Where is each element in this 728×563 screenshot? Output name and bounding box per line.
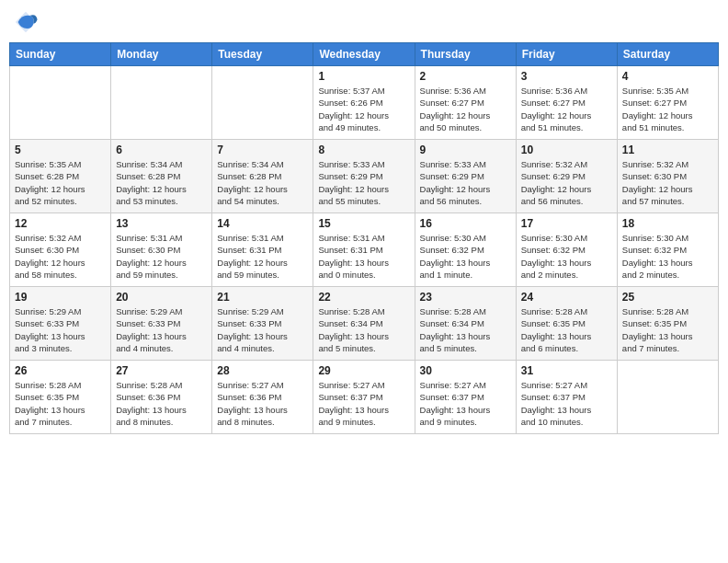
weekday-header-saturday: Saturday bbox=[617, 43, 718, 66]
day-info: Sunrise: 5:33 AM Sunset: 6:29 PM Dayligh… bbox=[318, 158, 409, 207]
day-number: 31 bbox=[521, 364, 612, 377]
day-info: Sunrise: 5:30 AM Sunset: 6:32 PM Dayligh… bbox=[622, 232, 713, 281]
day-info: Sunrise: 5:28 AM Sunset: 6:34 PM Dayligh… bbox=[318, 305, 409, 354]
page-header bbox=[9, 9, 719, 35]
day-info: Sunrise: 5:29 AM Sunset: 6:33 PM Dayligh… bbox=[116, 305, 207, 354]
calendar-cell bbox=[10, 66, 111, 140]
calendar-week-row: 12Sunrise: 5:32 AM Sunset: 6:30 PM Dayli… bbox=[10, 213, 719, 287]
calendar-cell: 15Sunrise: 5:31 AM Sunset: 6:31 PM Dayli… bbox=[313, 213, 415, 287]
day-info: Sunrise: 5:35 AM Sunset: 6:27 PM Dayligh… bbox=[622, 85, 713, 133]
day-number: 13 bbox=[116, 217, 207, 230]
calendar-cell: 12Sunrise: 5:32 AM Sunset: 6:30 PM Dayli… bbox=[10, 213, 111, 287]
calendar-cell: 31Sunrise: 5:27 AM Sunset: 6:37 PM Dayli… bbox=[516, 361, 617, 434]
day-number: 8 bbox=[318, 144, 409, 156]
calendar-cell: 1Sunrise: 5:37 AM Sunset: 6:26 PM Daylig… bbox=[313, 66, 415, 140]
day-info: Sunrise: 5:27 AM Sunset: 6:37 PM Dayligh… bbox=[318, 379, 409, 428]
calendar-cell: 5Sunrise: 5:35 AM Sunset: 6:28 PM Daylig… bbox=[10, 140, 111, 213]
calendar-cell: 17Sunrise: 5:30 AM Sunset: 6:32 PM Dayli… bbox=[516, 213, 617, 287]
day-number: 5 bbox=[15, 144, 106, 156]
day-info: Sunrise: 5:28 AM Sunset: 6:35 PM Dayligh… bbox=[521, 305, 612, 354]
day-info: Sunrise: 5:30 AM Sunset: 6:32 PM Dayligh… bbox=[420, 232, 511, 281]
day-info: Sunrise: 5:32 AM Sunset: 6:29 PM Dayligh… bbox=[521, 158, 612, 207]
day-number: 15 bbox=[318, 217, 409, 230]
day-number: 28 bbox=[217, 364, 308, 377]
day-info: Sunrise: 5:37 AM Sunset: 6:26 PM Dayligh… bbox=[318, 85, 409, 133]
day-number: 9 bbox=[420, 144, 511, 156]
weekday-header-wednesday: Wednesday bbox=[313, 43, 415, 66]
day-number: 23 bbox=[420, 291, 511, 304]
calendar-cell: 23Sunrise: 5:28 AM Sunset: 6:34 PM Dayli… bbox=[415, 287, 516, 361]
day-number: 2 bbox=[420, 70, 511, 83]
calendar-cell: 13Sunrise: 5:31 AM Sunset: 6:30 PM Dayli… bbox=[111, 213, 212, 287]
day-info: Sunrise: 5:34 AM Sunset: 6:28 PM Dayligh… bbox=[116, 158, 207, 207]
weekday-header-thursday: Thursday bbox=[415, 43, 516, 66]
day-number: 25 bbox=[622, 291, 713, 304]
day-info: Sunrise: 5:32 AM Sunset: 6:30 PM Dayligh… bbox=[15, 232, 106, 281]
calendar-cell: 28Sunrise: 5:27 AM Sunset: 6:36 PM Dayli… bbox=[212, 361, 313, 434]
weekday-header-sunday: Sunday bbox=[10, 43, 111, 66]
day-number: 6 bbox=[116, 144, 207, 156]
day-number: 4 bbox=[622, 70, 713, 83]
day-info: Sunrise: 5:36 AM Sunset: 6:27 PM Dayligh… bbox=[420, 85, 511, 133]
calendar-week-row: 1Sunrise: 5:37 AM Sunset: 6:26 PM Daylig… bbox=[10, 66, 719, 140]
day-info: Sunrise: 5:31 AM Sunset: 6:30 PM Dayligh… bbox=[116, 232, 207, 281]
day-number: 29 bbox=[318, 364, 409, 377]
day-number: 11 bbox=[622, 144, 713, 156]
day-info: Sunrise: 5:36 AM Sunset: 6:27 PM Dayligh… bbox=[521, 85, 612, 133]
day-number: 10 bbox=[521, 144, 612, 156]
calendar-cell: 14Sunrise: 5:31 AM Sunset: 6:31 PM Dayli… bbox=[212, 213, 313, 287]
logo-icon bbox=[13, 9, 39, 35]
day-number: 22 bbox=[318, 291, 409, 304]
day-info: Sunrise: 5:29 AM Sunset: 6:33 PM Dayligh… bbox=[217, 305, 308, 354]
calendar-cell: 6Sunrise: 5:34 AM Sunset: 6:28 PM Daylig… bbox=[111, 140, 212, 213]
calendar-cell: 4Sunrise: 5:35 AM Sunset: 6:27 PM Daylig… bbox=[617, 66, 718, 140]
day-info: Sunrise: 5:28 AM Sunset: 6:34 PM Dayligh… bbox=[420, 305, 511, 354]
day-number: 18 bbox=[622, 217, 713, 230]
day-info: Sunrise: 5:31 AM Sunset: 6:31 PM Dayligh… bbox=[217, 232, 308, 281]
weekday-header-monday: Monday bbox=[111, 43, 212, 66]
calendar-cell bbox=[617, 361, 718, 434]
calendar-cell: 22Sunrise: 5:28 AM Sunset: 6:34 PM Dayli… bbox=[313, 287, 415, 361]
calendar-week-row: 26Sunrise: 5:28 AM Sunset: 6:35 PM Dayli… bbox=[10, 361, 719, 434]
day-info: Sunrise: 5:33 AM Sunset: 6:29 PM Dayligh… bbox=[420, 158, 511, 207]
calendar-cell bbox=[212, 66, 313, 140]
day-number: 1 bbox=[318, 70, 409, 83]
calendar-cell: 9Sunrise: 5:33 AM Sunset: 6:29 PM Daylig… bbox=[415, 140, 516, 213]
day-number: 7 bbox=[217, 144, 308, 156]
day-number: 21 bbox=[217, 291, 308, 304]
day-number: 27 bbox=[116, 364, 207, 377]
day-info: Sunrise: 5:32 AM Sunset: 6:30 PM Dayligh… bbox=[622, 158, 713, 207]
calendar-cell: 30Sunrise: 5:27 AM Sunset: 6:37 PM Dayli… bbox=[415, 361, 516, 434]
calendar-cell: 10Sunrise: 5:32 AM Sunset: 6:29 PM Dayli… bbox=[516, 140, 617, 213]
calendar-cell: 11Sunrise: 5:32 AM Sunset: 6:30 PM Dayli… bbox=[617, 140, 718, 213]
day-number: 20 bbox=[116, 291, 207, 304]
calendar-cell: 3Sunrise: 5:36 AM Sunset: 6:27 PM Daylig… bbox=[516, 66, 617, 140]
weekday-header-friday: Friday bbox=[516, 43, 617, 66]
calendar-cell: 25Sunrise: 5:28 AM Sunset: 6:35 PM Dayli… bbox=[617, 287, 718, 361]
calendar-cell: 19Sunrise: 5:29 AM Sunset: 6:33 PM Dayli… bbox=[10, 287, 111, 361]
day-info: Sunrise: 5:34 AM Sunset: 6:28 PM Dayligh… bbox=[217, 158, 308, 207]
weekday-header-tuesday: Tuesday bbox=[212, 43, 313, 66]
day-info: Sunrise: 5:30 AM Sunset: 6:32 PM Dayligh… bbox=[521, 232, 612, 281]
calendar-week-row: 5Sunrise: 5:35 AM Sunset: 6:28 PM Daylig… bbox=[10, 140, 719, 213]
calendar-week-row: 19Sunrise: 5:29 AM Sunset: 6:33 PM Dayli… bbox=[10, 287, 719, 361]
calendar-cell: 29Sunrise: 5:27 AM Sunset: 6:37 PM Dayli… bbox=[313, 361, 415, 434]
day-number: 17 bbox=[521, 217, 612, 230]
day-number: 19 bbox=[15, 291, 106, 304]
day-info: Sunrise: 5:35 AM Sunset: 6:28 PM Dayligh… bbox=[15, 158, 106, 207]
day-number: 12 bbox=[15, 217, 106, 230]
calendar-cell: 7Sunrise: 5:34 AM Sunset: 6:28 PM Daylig… bbox=[212, 140, 313, 213]
day-number: 16 bbox=[420, 217, 511, 230]
day-info: Sunrise: 5:27 AM Sunset: 6:37 PM Dayligh… bbox=[521, 379, 612, 428]
day-info: Sunrise: 5:29 AM Sunset: 6:33 PM Dayligh… bbox=[15, 305, 106, 354]
day-number: 3 bbox=[521, 70, 612, 83]
calendar-cell: 20Sunrise: 5:29 AM Sunset: 6:33 PM Dayli… bbox=[111, 287, 212, 361]
calendar-cell: 26Sunrise: 5:28 AM Sunset: 6:35 PM Dayli… bbox=[10, 361, 111, 434]
day-info: Sunrise: 5:28 AM Sunset: 6:36 PM Dayligh… bbox=[116, 379, 207, 428]
calendar-cell: 2Sunrise: 5:36 AM Sunset: 6:27 PM Daylig… bbox=[415, 66, 516, 140]
calendar-cell: 27Sunrise: 5:28 AM Sunset: 6:36 PM Dayli… bbox=[111, 361, 212, 434]
day-number: 30 bbox=[420, 364, 511, 377]
day-number: 24 bbox=[521, 291, 612, 304]
day-info: Sunrise: 5:31 AM Sunset: 6:31 PM Dayligh… bbox=[318, 232, 409, 281]
day-info: Sunrise: 5:27 AM Sunset: 6:36 PM Dayligh… bbox=[217, 379, 308, 428]
